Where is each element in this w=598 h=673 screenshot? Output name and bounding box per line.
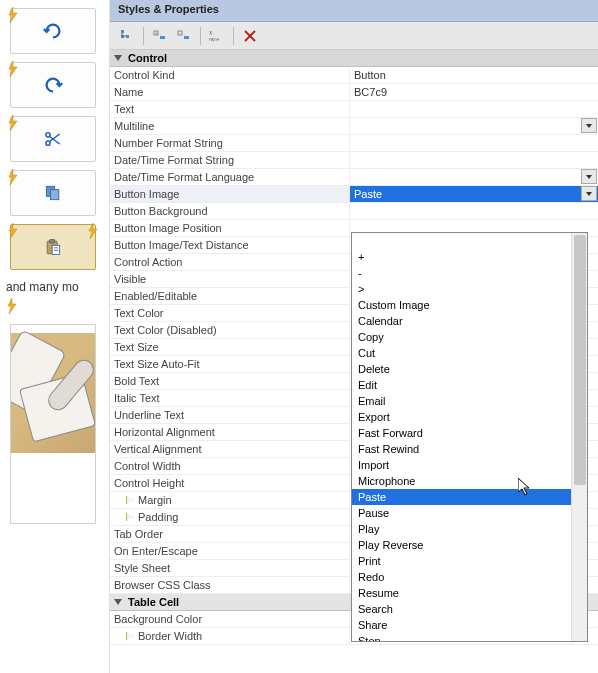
svg-rect-21 xyxy=(184,36,189,39)
property-label: Bold Text xyxy=(110,373,350,389)
property-row[interactable]: Date/Time Format Language xyxy=(110,169,598,186)
property-value[interactable]: BC7c9 xyxy=(350,84,598,100)
svg-point-0 xyxy=(46,133,50,137)
redo-icon xyxy=(41,73,65,97)
dropdown-item[interactable]: Import xyxy=(352,457,587,473)
property-label: Text xyxy=(110,101,350,117)
property-label: Control Height xyxy=(110,475,350,491)
dropdown-item[interactable]: Redo xyxy=(352,569,587,585)
dropdown-item[interactable]: Custom Image xyxy=(352,297,587,313)
property-value[interactable] xyxy=(350,135,598,151)
dropdown-item[interactable]: Edit xyxy=(352,377,587,393)
svg-text:+: + xyxy=(155,30,158,36)
dropdown-item[interactable]: Microphone xyxy=(352,473,587,489)
svg-rect-5 xyxy=(51,190,59,200)
property-row[interactable]: Button Background xyxy=(110,203,598,220)
dropdown-item[interactable]: Fast Forward xyxy=(352,425,587,441)
section-control[interactable]: Control xyxy=(110,50,598,67)
bolt-icon xyxy=(87,223,99,239)
dropdown-item[interactable]: Play Reverse xyxy=(352,537,587,553)
dropdown-item[interactable]: Search xyxy=(352,601,587,617)
dropdown-item[interactable]: Export xyxy=(352,409,587,425)
dropdown-item[interactable]: Cut xyxy=(352,345,587,361)
tool-paste-button[interactable] xyxy=(10,224,96,270)
toolbar-xpath-button[interactable]: XPATH xyxy=(206,25,228,47)
toolbar-collapse-button[interactable]: - xyxy=(173,25,195,47)
dropdown-item[interactable]: Paste xyxy=(352,489,587,505)
property-label: Tab Order xyxy=(110,526,350,542)
property-value[interactable] xyxy=(350,152,598,168)
dropdown-item[interactable]: Share xyxy=(352,617,587,633)
dropdown-toggle-icon[interactable] xyxy=(581,169,597,184)
property-label: Text Size Auto-Fit xyxy=(110,356,350,372)
property-row[interactable]: Number Format String xyxy=(110,135,598,152)
dropdown-item[interactable]: Play xyxy=(352,521,587,537)
bolt-icon xyxy=(7,223,19,239)
property-label: Margin xyxy=(110,492,350,508)
copy-icon xyxy=(41,181,65,205)
paste-icon xyxy=(41,235,65,259)
dropdown-scrollbar[interactable] xyxy=(571,233,587,641)
property-label: Enabled/Editable xyxy=(110,288,350,304)
property-row[interactable]: Date/Time Format String xyxy=(110,152,598,169)
property-row[interactable]: Control KindButton xyxy=(110,67,598,84)
tool-undo-button[interactable] xyxy=(10,8,96,54)
properties-toolbar: + - XPATH xyxy=(110,22,598,50)
dropdown-toggle-icon[interactable] xyxy=(581,118,597,133)
bolt-icon xyxy=(7,7,19,23)
canvas-preview xyxy=(10,324,96,524)
property-label: Button Image/Text Distance xyxy=(110,237,350,253)
bolt-icon xyxy=(7,115,19,131)
property-row[interactable]: Text xyxy=(110,101,598,118)
toolbar-tree-button[interactable] xyxy=(116,25,138,47)
dropdown-item[interactable]: Pause xyxy=(352,505,587,521)
dropdown-item[interactable]: Print xyxy=(352,553,587,569)
property-label: Background Color xyxy=(110,611,350,627)
property-row[interactable]: Multiline xyxy=(110,118,598,135)
property-value[interactable]: Button xyxy=(350,67,598,83)
dropdown-item[interactable]: Stop xyxy=(352,633,587,642)
property-label: Button Image xyxy=(110,186,350,202)
dropdown-item[interactable]: - xyxy=(352,265,587,281)
dropdown-item[interactable]: Calendar xyxy=(352,313,587,329)
tool-cut-button[interactable] xyxy=(10,116,96,162)
dropdown-item[interactable]: + xyxy=(352,249,587,265)
property-value[interactable] xyxy=(350,203,598,219)
property-label: On Enter/Escape xyxy=(110,543,350,559)
dropdown-item[interactable]: Email xyxy=(352,393,587,409)
dropdown-item[interactable]: Copy xyxy=(352,329,587,345)
property-value[interactable] xyxy=(350,118,598,134)
property-row[interactable]: NameBC7c9 xyxy=(110,84,598,101)
property-value[interactable] xyxy=(350,101,598,117)
dropdown-item[interactable]: Fast Rewind xyxy=(352,441,587,457)
property-row[interactable]: Button ImagePaste xyxy=(110,186,598,203)
toolbar-expand-button[interactable]: + xyxy=(149,25,171,47)
dropdown-toggle-icon[interactable] xyxy=(581,186,597,201)
dropdown-item[interactable] xyxy=(352,233,587,249)
property-label: Name xyxy=(110,84,350,100)
property-label: Italic Text xyxy=(110,390,350,406)
property-label: Style Sheet xyxy=(110,560,350,576)
property-label: Button Background xyxy=(110,203,350,219)
more-tools-text: and many mo xyxy=(6,280,103,294)
tool-redo-button[interactable] xyxy=(10,62,96,108)
tool-copy-button[interactable] xyxy=(10,170,96,216)
dropdown-item[interactable]: Resume xyxy=(352,585,587,601)
property-value[interactable] xyxy=(350,169,598,185)
svg-rect-13 xyxy=(126,35,129,38)
property-label: Border Width xyxy=(110,628,350,644)
svg-rect-7 xyxy=(50,240,55,243)
bolt-icon xyxy=(7,61,19,77)
button-image-dropdown[interactable]: +->Custom ImageCalendarCopyCutDeleteEdit… xyxy=(351,232,588,642)
property-value[interactable]: Paste xyxy=(350,186,598,202)
dropdown-item[interactable]: Delete xyxy=(352,361,587,377)
dropdown-item[interactable]: > xyxy=(352,281,587,297)
svg-rect-18 xyxy=(160,36,165,39)
toolbar-delete-button[interactable] xyxy=(239,25,261,47)
bolt-icon xyxy=(7,169,19,185)
property-label: Vertical Alignment xyxy=(110,441,350,457)
bolt-icon xyxy=(6,298,18,314)
property-label: Date/Time Format String xyxy=(110,152,350,168)
property-label: Horizontal Alignment xyxy=(110,424,350,440)
property-label: Text Color xyxy=(110,305,350,321)
